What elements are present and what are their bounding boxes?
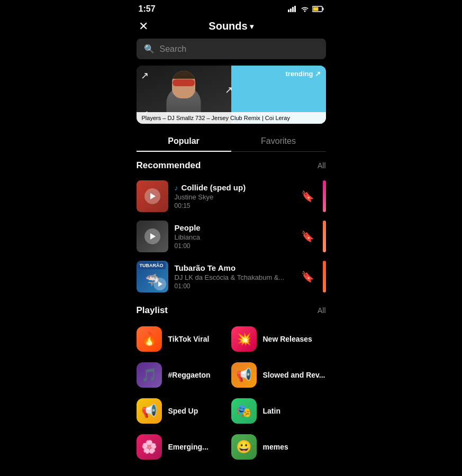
reggaeton-label: #Reggaeton bbox=[168, 371, 211, 379]
recommended-all[interactable]: All bbox=[318, 161, 326, 170]
bookmark-collide[interactable]: 🔖 bbox=[299, 188, 316, 205]
bookmark-tubarao[interactable]: 🔖 bbox=[299, 268, 316, 285]
battery-icon bbox=[312, 6, 324, 12]
latin-icon: 🎭 bbox=[231, 398, 257, 424]
slowed-icon: 📢 bbox=[231, 362, 257, 388]
close-button[interactable]: ✕ bbox=[139, 20, 148, 33]
playlist-item-emerging[interactable]: 🌸 Emerging... bbox=[137, 429, 231, 465]
play-triangle bbox=[150, 233, 156, 240]
signal-icon bbox=[288, 6, 297, 12]
memes-icon: 😀 bbox=[231, 434, 257, 460]
side-strip-collide bbox=[323, 180, 326, 212]
svg-rect-0 bbox=[288, 10, 289, 12]
search-bar[interactable]: 🔍 Search bbox=[137, 39, 326, 59]
arrow-tl-icon: ↗ bbox=[141, 70, 149, 81]
tab-bar: Popular Favorites bbox=[137, 131, 326, 152]
tiktok-viral-icon: 🔥 bbox=[137, 326, 162, 352]
status-time: 1:57 bbox=[139, 4, 156, 14]
emerging-label: Emerging... bbox=[168, 443, 209, 451]
track-thumb-tubarao: TUBARÃO 🦈 bbox=[137, 261, 168, 292]
playlist-header: Playlist All bbox=[128, 297, 334, 321]
playlist-item-new-releases[interactable]: 💥 New Releases bbox=[231, 321, 326, 357]
memes-label: memes bbox=[263, 443, 288, 451]
track-info-collide: ♪ Collide (sped up) Justine Skye 00:15 bbox=[175, 183, 293, 209]
track-info-tubarao: Tubarão Te Amo DJ LK da Escócia & Tchaka… bbox=[175, 263, 293, 290]
svg-rect-7 bbox=[313, 7, 318, 11]
play-button-people[interactable] bbox=[144, 228, 160, 244]
trending-arrow-icon: ↗ bbox=[315, 70, 321, 78]
svg-rect-3 bbox=[294, 6, 296, 12]
track-item: TUBARÃO 🦈 Tubarão Te Amo DJ LK da Escóci… bbox=[128, 257, 334, 297]
playlist-grid: 🔥 TikTok Viral 💥 New Releases 🎵 #Reggaet… bbox=[128, 321, 334, 465]
side-strip-people bbox=[323, 221, 326, 252]
track-name-collide: ♪ Collide (sped up) bbox=[175, 183, 293, 192]
play-triangle bbox=[158, 281, 162, 287]
track-thumb-collide bbox=[137, 180, 168, 212]
recommended-header: Recommended All bbox=[128, 152, 334, 176]
playlist-item-sped-up[interactable]: 📢 Sped Up bbox=[137, 393, 231, 429]
play-triangle bbox=[150, 193, 156, 199]
reggaeton-icon: 🎵 bbox=[137, 362, 162, 388]
track-info-people: People Libianca 01:00 bbox=[175, 223, 293, 250]
wifi-icon bbox=[301, 6, 309, 12]
tubarao-logo: TUBARÃO bbox=[138, 262, 166, 269]
side-strip-tubarao bbox=[323, 261, 326, 292]
status-icons bbox=[288, 6, 324, 12]
slowed-label: Slowed and Rev... bbox=[263, 371, 325, 379]
playlist-item-slowed[interactable]: 📢 Slowed and Rev... bbox=[231, 357, 326, 393]
banner-track-label: Players – DJ Smallz 732 – Jersey Club Re… bbox=[137, 112, 326, 124]
playlist-item-reggaeton[interactable]: 🎵 #Reggaeton bbox=[137, 357, 231, 393]
search-placeholder: Search bbox=[160, 44, 187, 54]
play-button-tubarao[interactable] bbox=[153, 278, 166, 290]
svg-point-4 bbox=[304, 11, 305, 12]
header-title: Sounds ▾ bbox=[209, 20, 253, 32]
bookmark-people[interactable]: 🔖 bbox=[299, 228, 316, 245]
recommended-title: Recommended bbox=[137, 160, 201, 171]
playlist-item-memes[interactable]: 😀 memes bbox=[231, 429, 326, 465]
play-button-collide[interactable] bbox=[144, 188, 160, 204]
playlist-item-latin[interactable]: 🎭 Latin bbox=[231, 393, 326, 429]
tiktok-viral-label: TikTok Viral bbox=[168, 335, 210, 343]
search-icon: 🔍 bbox=[144, 44, 155, 54]
track-item: ♪ Collide (sped up) Justine Skye 00:15 🔖 bbox=[128, 176, 334, 216]
svg-rect-6 bbox=[322, 8, 323, 11]
sped-up-icon: 📢 bbox=[137, 398, 162, 424]
new-releases-icon: 💥 bbox=[231, 326, 257, 352]
tab-favorites[interactable]: Favorites bbox=[231, 131, 326, 151]
svg-rect-2 bbox=[292, 7, 294, 12]
title-chevron: ▾ bbox=[250, 22, 253, 31]
music-note-icon: ♪ bbox=[175, 184, 178, 192]
playlist-all[interactable]: All bbox=[318, 306, 326, 315]
status-bar: 1:57 bbox=[128, 0, 334, 16]
trending-label: trending ↗ bbox=[286, 70, 321, 78]
header: ✕ Sounds ▾ bbox=[128, 16, 334, 39]
playlist-title: Playlist bbox=[137, 305, 168, 316]
track-thumb-people bbox=[137, 221, 168, 252]
track-name-people: People bbox=[175, 223, 293, 232]
tab-popular[interactable]: Popular bbox=[137, 131, 231, 151]
track-item: People Libianca 01:00 🔖 bbox=[128, 216, 334, 257]
svg-rect-1 bbox=[290, 8, 292, 12]
emerging-icon: 🌸 bbox=[137, 434, 162, 460]
latin-label: Latin bbox=[263, 407, 280, 415]
trending-banner[interactable]: ↗ ↙ trending ↗ Players – DJ Smallz 732 –… bbox=[137, 66, 326, 124]
track-name-tubarao: Tubarão Te Amo bbox=[175, 263, 293, 272]
playlist-item-tiktok-viral[interactable]: 🔥 TikTok Viral bbox=[137, 321, 231, 357]
new-releases-label: New Releases bbox=[263, 335, 312, 343]
banner-center-arrow: ↗ bbox=[225, 84, 233, 96]
phone-frame: 1:57 ✕ bbox=[128, 0, 334, 476]
sped-up-label: Sped Up bbox=[168, 407, 198, 415]
